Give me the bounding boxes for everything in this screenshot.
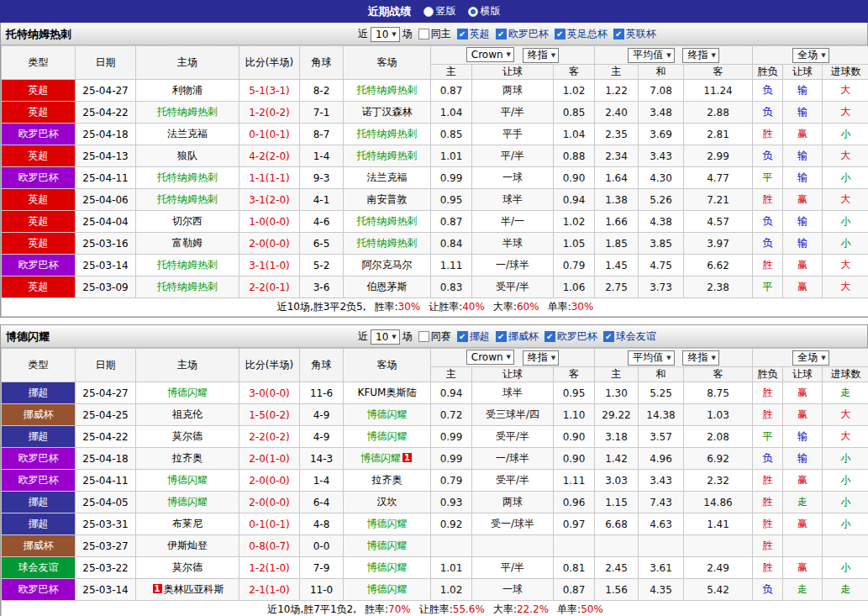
final-odds-select[interactable]: 终指▼ [523, 48, 559, 63]
match-date: 25-03-27 [76, 535, 136, 557]
bookmaker-select[interactable]: Crown▼ [466, 47, 514, 62]
same-filter-checkbox[interactable] [418, 29, 429, 39]
odds-away: 0.90 [554, 448, 595, 470]
avg-home: 2.45 [595, 557, 639, 579]
chevron-down-icon: ▼ [392, 31, 396, 38]
final-odds-select-2[interactable]: 终指▼ [682, 48, 718, 63]
col-header-result-handicap: 让球 [783, 65, 823, 80]
team-name: 法兰克福 [167, 128, 208, 140]
odds-away: 0.87 [554, 579, 595, 601]
same-filter-label: 同赛 [431, 329, 451, 344]
match-row: 英超25-04-06托特纳姆热刺3-1(2-0)4-1南安普敦0.95球半0.9… [2, 189, 868, 211]
league-filter-checkbox[interactable]: ✔ [496, 29, 507, 39]
avg-draw: 7.43 [639, 492, 684, 513]
away-team: 博德闪耀 [344, 579, 431, 601]
avg-away [684, 535, 753, 557]
result-handicap: 走 [783, 492, 823, 513]
corners: 7-9 [300, 557, 344, 579]
avg-away: 1.41 [684, 513, 753, 535]
league-filter-checkbox[interactable]: ✔ [603, 331, 614, 342]
league-badge: 欧罗巴杯 [2, 448, 76, 470]
team-name: 博德闪耀 [367, 408, 408, 420]
team-name: 南安普敦 [367, 193, 408, 205]
league-filter-checkbox[interactable]: ✔ [457, 29, 468, 39]
odds-group-header: Crown▼ 终指▼ [431, 349, 595, 367]
odds-home: 1.01 [431, 557, 472, 579]
league-filter-checkbox[interactable]: ✔ [613, 29, 624, 39]
col-header-odds-away: 客 [554, 65, 595, 80]
match-score: 1-2(1-0) [239, 557, 300, 579]
team-name: 博德闪耀 [367, 540, 408, 551]
corners: 8-2 [300, 80, 344, 102]
match-score: 3-1(2-0) [239, 189, 300, 211]
odds-home: 0.95 [431, 189, 472, 211]
section-header: 博德闪耀 近10▼场同赛✔挪超✔挪威杯✔欧罗巴杯✔球会友谊 [1, 325, 867, 348]
fullmatch-select[interactable]: 全场▼ [792, 350, 829, 366]
handicap-line: 平手 [472, 124, 554, 145]
odds-home: 0.84 [431, 233, 472, 255]
avg-away: 14.86 [684, 492, 753, 513]
home-team: 莫尔德 [136, 426, 239, 448]
result-handicap: 赢 [783, 276, 823, 298]
match-date: 25-04-18 [76, 124, 136, 145]
league-filter-checkbox[interactable]: ✔ [457, 331, 468, 342]
match-row: 英超25-03-16富勒姆2-0(0-0)6-5托特纳姆热刺0.84半球1.05… [2, 233, 868, 255]
chevron-down-icon: ▼ [507, 354, 511, 361]
odds-home: 1.11 [431, 255, 472, 276]
bookmaker-select[interactable]: Crown▼ [466, 350, 514, 365]
result-handicap: 赢 [783, 557, 823, 579]
league-filter-checkbox[interactable]: ✔ [544, 331, 555, 342]
league-badge: 球会友谊 [2, 557, 76, 579]
fullmatch-select[interactable]: 全场▼ [792, 48, 829, 63]
avg-home: 1.66 [595, 211, 639, 233]
away-team: 博德闪耀 [344, 426, 431, 448]
match-row: 英超25-04-22托特纳姆热刺1-2(0-2)7-1诺丁汉森林1.04平/半0… [2, 102, 868, 124]
avg-draw: 3.43 [639, 145, 684, 167]
handicap-line: 受平/半 [472, 470, 554, 492]
league-filter-label: 英联杯 [626, 27, 656, 41]
recent-count-select[interactable]: 10▼ [371, 329, 400, 345]
col-header-result-wdl: 胜负 [753, 65, 783, 80]
summary-record: 近10场,胜3平2负5, [277, 301, 366, 313]
match-row: 挪威杯25-03-27伊斯灿登0-8(0-7)0-0博德闪耀胜 [2, 535, 868, 557]
odds-away: 0.95 [554, 382, 595, 404]
vertical-layout-radio[interactable]: 竖版 [423, 4, 456, 18]
team-name: 诺丁汉森林 [362, 106, 413, 118]
recent-count-select[interactable]: 10▼ [371, 27, 400, 42]
result-wdl: 胜 [753, 189, 783, 211]
final-odds-select[interactable]: 终指▼ [523, 350, 559, 366]
games-label: 场 [402, 27, 413, 41]
avg-draw: 4.35 [639, 579, 684, 601]
match-row: 英超25-04-13狼队4-2(2-0)1-4托特纳姆热刺1.01平/半0.88… [2, 145, 868, 167]
team-name: 博德闪耀 [167, 474, 208, 486]
col-header-avg-home: 主 [595, 65, 639, 80]
near-label: 近 [358, 329, 368, 344]
avg-away: 8.75 [684, 382, 753, 404]
avg-draw: 14.38 [639, 404, 684, 426]
league-badge: 挪威杯 [2, 404, 76, 426]
same-filter-checkbox[interactable] [418, 331, 429, 342]
average-select[interactable]: 平均值▼ [628, 48, 674, 63]
col-header-handicap: 让球 [472, 367, 554, 382]
odds-home: 0.99 [431, 167, 472, 189]
team-name: KFUM奥斯陆 [358, 387, 417, 398]
result-handicap: 赢 [783, 513, 823, 535]
average-select[interactable]: 平均值▼ [628, 350, 674, 366]
league-filter-label: 英超 [470, 27, 490, 41]
result-wdl: 负 [753, 145, 783, 167]
result-goals: 走 [823, 382, 868, 404]
match-row: 英超25-04-04切尔西1-0(0-0)4-6托特纳姆热刺0.87半/一1.0… [2, 211, 868, 233]
match-score: 2-0(1-0) [239, 448, 300, 470]
avg-away: 11.24 [684, 80, 753, 102]
horizontal-layout-radio[interactable]: 横版 [468, 4, 501, 18]
odds-away: 0.88 [554, 145, 595, 167]
chevron-down-icon: ▼ [551, 52, 555, 59]
corners: 4-1 [300, 189, 344, 211]
result-handicap: 赢 [783, 404, 823, 426]
odds-away: 1.05 [554, 233, 595, 255]
league-filter-checkbox[interactable]: ✔ [496, 331, 507, 342]
final-odds-select-2[interactable]: 终指▼ [682, 350, 718, 366]
league-filter-checkbox[interactable]: ✔ [555, 29, 566, 39]
result-goals: 小 [823, 448, 868, 470]
odds-home: 1.02 [431, 579, 472, 601]
